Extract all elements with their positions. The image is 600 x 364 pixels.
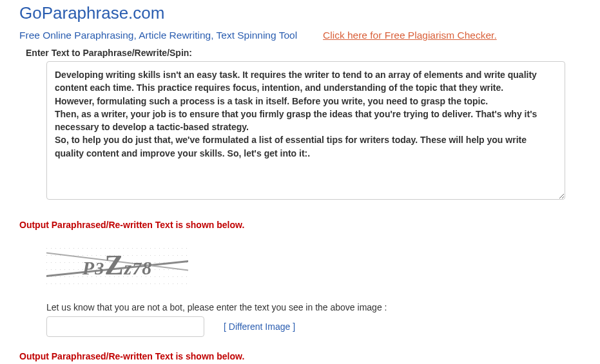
captcha-input[interactable] [46,316,204,337]
captcha-image: P3Zz78 [46,242,188,288]
output-heading-2: Output Paraphrased/Re-written Text is sh… [19,351,581,361]
captcha-input-row: [ Different Image ] [46,316,581,337]
captcha-instruction: Let us know that you are not a bot, plea… [46,302,581,312]
plagiarism-checker-link[interactable]: Click here for Free Plagiarism Checker. [323,30,497,41]
subtitle: Free Online Paraphrasing, Article Rewrit… [19,30,297,41]
paraphrase-input-textarea[interactable]: Developing writing skills isn't an easy … [46,61,565,200]
subheader-row: Free Online Paraphrasing, Article Rewrit… [19,30,581,41]
input-label: Enter Text to Paraphrase/Rewrite/Spin: [26,48,581,58]
output-heading-1: Output Paraphrased/Re-written Text is sh… [19,220,581,230]
site-title: GoParaphrase.com [19,3,581,23]
captcha-section: P3Zz78 Let us know that you are not a bo… [46,242,581,337]
different-image-link[interactable]: [ Different Image ] [224,321,295,332]
captcha-text: P3Zz78 [82,249,152,282]
